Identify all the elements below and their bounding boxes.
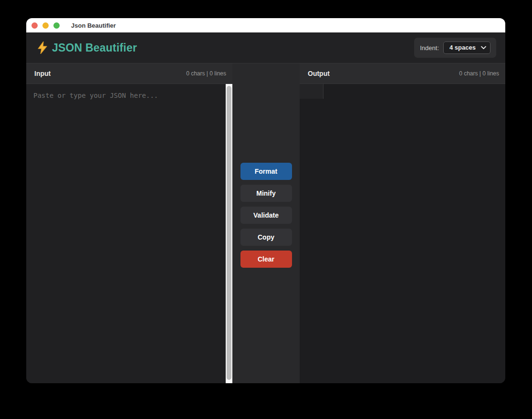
lightning-bolt-icon [37, 42, 48, 54]
copy-button[interactable]: Copy [240, 229, 292, 246]
content-area: Input 0 chars | 0 lines Format Minify Va… [26, 63, 505, 383]
output-content [324, 84, 505, 383]
input-scrollbar-track[interactable] [226, 84, 232, 383]
close-window-button[interactable] [31, 22, 38, 29]
output-editor [300, 84, 505, 383]
input-panel: Input 0 chars | 0 lines [26, 63, 232, 383]
input-stats: 0 chars | 0 lines [186, 70, 226, 77]
indent-control: Indent: 4 spaces [414, 38, 496, 58]
output-panel-title: Output [308, 70, 330, 77]
zoom-window-button[interactable] [53, 22, 60, 29]
app-window: Json Beautifier JSON Beautifier Indent: … [26, 18, 505, 383]
input-scrollbar-thumb[interactable] [227, 86, 231, 380]
minimize-window-button[interactable] [42, 22, 49, 29]
output-panel: Output 0 chars | 0 lines [300, 63, 505, 383]
app-header: JSON Beautifier Indent: 4 spaces [26, 32, 505, 63]
validate-button[interactable]: Validate [240, 207, 292, 224]
output-stats: 0 chars | 0 lines [459, 70, 499, 77]
indent-label: Indent: [420, 44, 439, 52]
output-panel-header: Output 0 chars | 0 lines [300, 63, 505, 84]
indent-select[interactable]: 4 spaces [443, 42, 490, 54]
app-title: JSON Beautifier [52, 42, 137, 54]
input-panel-header: Input 0 chars | 0 lines [26, 63, 232, 84]
minify-button[interactable]: Minify [240, 185, 292, 202]
window-title: Json Beautifier [71, 22, 116, 29]
output-gutter-cell [300, 84, 323, 99]
json-input-textarea[interactable] [26, 84, 232, 383]
input-panel-title: Input [34, 70, 51, 77]
format-button[interactable]: Format [240, 163, 292, 180]
input-editor [26, 84, 232, 383]
clear-button[interactable]: Clear [240, 251, 292, 268]
titlebar[interactable]: Json Beautifier [26, 18, 505, 32]
action-toolbar: Format Minify Validate Copy Clear [232, 63, 300, 383]
